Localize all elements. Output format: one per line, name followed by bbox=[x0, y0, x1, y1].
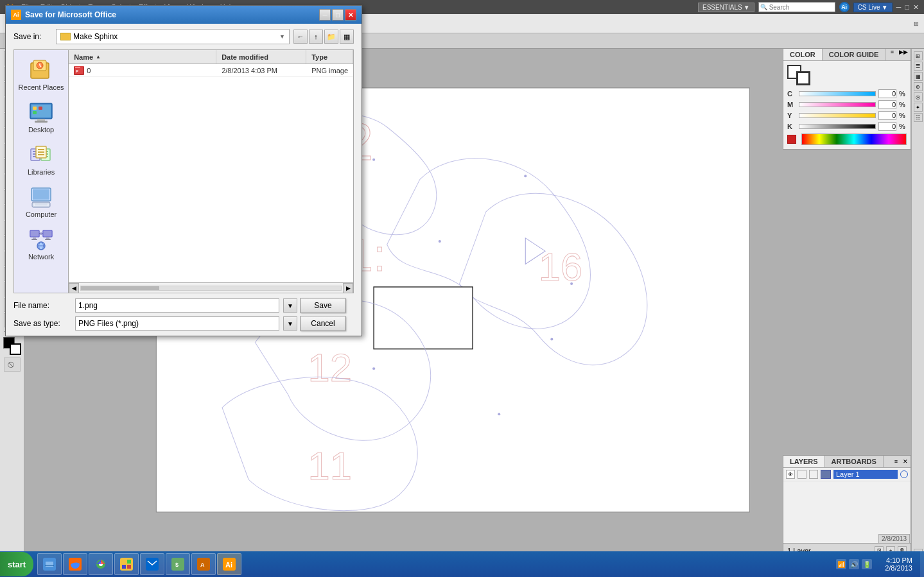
sidebar-item-computer[interactable]: Computer bbox=[15, 182, 67, 222]
svg-rect-53 bbox=[46, 237, 49, 239]
taskbar-app-7[interactable]: A bbox=[191, 553, 216, 575]
dialog-controls: ─ □ ✕ bbox=[319, 9, 356, 21]
taskbar-app-6[interactable]: $ bbox=[166, 553, 190, 575]
svg-rect-64 bbox=[45, 565, 54, 566]
sidebar-item-desktop[interactable]: Desktop bbox=[15, 98, 67, 137]
dialog-nav-toolbar: ← ↑ 📁 ▦ bbox=[293, 30, 354, 44]
taskbar-app-windows[interactable] bbox=[114, 553, 139, 575]
svg-text:$: $ bbox=[175, 562, 179, 568]
svg-rect-24 bbox=[33, 107, 37, 110]
filename-dropdown-button[interactable]: ▼ bbox=[283, 298, 297, 313]
show-desktop-button[interactable] bbox=[920, 551, 924, 577]
col-date[interactable]: Date modified bbox=[216, 50, 306, 64]
svg-rect-47 bbox=[33, 237, 36, 239]
tray-battery-icon[interactable]: 🔋 bbox=[862, 559, 872, 569]
start-button[interactable]: start bbox=[0, 552, 33, 576]
taskbar-app-outlook[interactable] bbox=[140, 553, 164, 575]
dialog-overlay: Ai Save for Microsoft Office ─ □ ✕ Save … bbox=[0, 0, 924, 577]
sidebar-item-computer-label: Computer bbox=[26, 211, 57, 218]
dialog-close-button[interactable]: ✕ bbox=[345, 9, 356, 21]
hscroll-left-button[interactable]: ◀ bbox=[69, 283, 79, 293]
folder-icon bbox=[60, 33, 71, 40]
sidebar-item-libraries-label: Libraries bbox=[28, 168, 55, 176]
svg-rect-42 bbox=[33, 203, 49, 206]
svg-rect-69 bbox=[127, 560, 131, 564]
taskbar-icon-outlook bbox=[146, 558, 159, 571]
svg-rect-46 bbox=[31, 231, 39, 236]
svg-rect-25 bbox=[33, 111, 37, 114]
col-name[interactable]: Name ▲ bbox=[69, 50, 216, 64]
taskbar-app-illustrator[interactable]: Ai bbox=[217, 553, 241, 575]
svg-text:A: A bbox=[200, 562, 205, 568]
savetype-dropdown-button[interactable]: ▼ bbox=[283, 316, 297, 331]
taskbar-icon-6: $ bbox=[171, 558, 184, 571]
sidebar-item-network[interactable]: Network bbox=[15, 225, 67, 264]
taskbar-date: 2/8/2013 bbox=[885, 564, 912, 572]
windows-taskbar: start bbox=[0, 551, 924, 577]
sidebar-item-libraries[interactable]: Libraries bbox=[15, 140, 67, 180]
filename-row: File name: ▼ bbox=[13, 298, 297, 313]
sidebar-network-icon bbox=[30, 228, 53, 252]
taskbar-app-chrome[interactable] bbox=[89, 553, 113, 575]
svg-rect-26 bbox=[39, 107, 42, 110]
col-name-sort-icon: ▲ bbox=[96, 54, 101, 60]
save-dialog: Ai Save for Microsoft Office ─ □ ✕ Save … bbox=[5, 5, 362, 336]
file-type-0: PNG image bbox=[306, 67, 353, 74]
svg-rect-68 bbox=[122, 560, 126, 564]
sidebar-libraries-icon bbox=[30, 144, 53, 167]
col-type[interactable]: Type bbox=[306, 50, 353, 64]
nav-up-button[interactable]: ↑ bbox=[309, 30, 323, 44]
svg-rect-37 bbox=[38, 151, 44, 153]
dialog-minimize-button[interactable]: ─ bbox=[319, 9, 331, 21]
tray-network-icon[interactable]: 📶 bbox=[836, 559, 846, 569]
nav-views-button[interactable]: ▦ bbox=[340, 30, 354, 44]
taskbar-icon-illustrator: Ai bbox=[223, 558, 236, 571]
dialog-filelist: Name ▲ Date modified Type bbox=[69, 50, 353, 293]
svg-rect-40 bbox=[33, 189, 49, 200]
save-in-row: Save in: Make Sphinx ▼ ← ↑ 📁 ▦ bbox=[13, 29, 354, 44]
taskbar-icon-windows bbox=[120, 558, 133, 571]
svg-rect-36 bbox=[38, 149, 44, 150]
sidebar-item-desktop-label: Desktop bbox=[28, 126, 54, 133]
hscroll-right-button[interactable]: ▶ bbox=[343, 283, 353, 293]
filelist-header: Name ▲ Date modified Type bbox=[69, 50, 353, 64]
nav-new-folder-button[interactable]: 📁 bbox=[324, 30, 338, 44]
filename-input[interactable] bbox=[75, 298, 279, 313]
cancel-button[interactable]: Cancel bbox=[300, 316, 346, 331]
save-in-dropdown[interactable]: Make Sphinx ▼ bbox=[56, 29, 290, 44]
filelist-body: P 0 2/8/2013 4:03 PM PNG image bbox=[69, 64, 353, 282]
sidebar-item-recent-label: Recent Places bbox=[19, 83, 64, 91]
start-button-label: start bbox=[8, 560, 26, 569]
filename-label: File name: bbox=[13, 301, 71, 310]
svg-rect-60 bbox=[75, 67, 80, 68]
taskbar-items: $ A Ai bbox=[36, 552, 831, 576]
file-row-0[interactable]: P 0 2/8/2013 4:03 PM PNG image bbox=[69, 64, 353, 77]
dialog-titlebar: Ai Save for Microsoft Office ─ □ ✕ bbox=[6, 6, 362, 24]
file-name-0: P 0 bbox=[69, 66, 216, 75]
taskbar-icon-explorer bbox=[43, 558, 56, 571]
taskbar-app-explorer[interactable] bbox=[37, 553, 62, 575]
tray-volume-icon[interactable]: 🔊 bbox=[849, 559, 859, 569]
svg-text:P: P bbox=[76, 69, 78, 73]
svg-point-50 bbox=[40, 232, 42, 235]
dialog-action-buttons: Save Cancel bbox=[300, 298, 346, 331]
taskbar-icon-firefox bbox=[69, 558, 82, 571]
sidebar-item-recent[interactable]: Recent Places bbox=[15, 55, 67, 95]
savetype-dropdown[interactable]: PNG Files (*.png) bbox=[75, 316, 279, 331]
svg-rect-54 bbox=[45, 239, 51, 240]
sidebar-recent-icon bbox=[30, 59, 53, 82]
taskbar-app-firefox[interactable] bbox=[63, 553, 87, 575]
nav-back-button[interactable]: ← bbox=[293, 30, 308, 44]
bottom-rows-wrapper: File name: ▼ Save as type: PNG Files (*.… bbox=[13, 298, 354, 331]
dialog-body: Save in: Make Sphinx ▼ ← ↑ 📁 ▦ bbox=[6, 24, 362, 336]
svg-rect-71 bbox=[127, 565, 131, 569]
taskbar-clock[interactable]: 4:10 PM 2/8/2013 bbox=[877, 556, 920, 572]
save-button[interactable]: Save bbox=[300, 298, 346, 313]
svg-rect-38 bbox=[38, 154, 44, 155]
dialog-maximize-button[interactable]: □ bbox=[332, 9, 344, 21]
hscroll-track[interactable] bbox=[80, 286, 342, 291]
file-date-0: 2/8/2013 4:03 PM bbox=[216, 67, 306, 74]
taskbar-time: 4:10 PM bbox=[885, 556, 912, 564]
sidebar-item-network-label: Network bbox=[28, 253, 54, 261]
svg-rect-48 bbox=[31, 239, 37, 240]
